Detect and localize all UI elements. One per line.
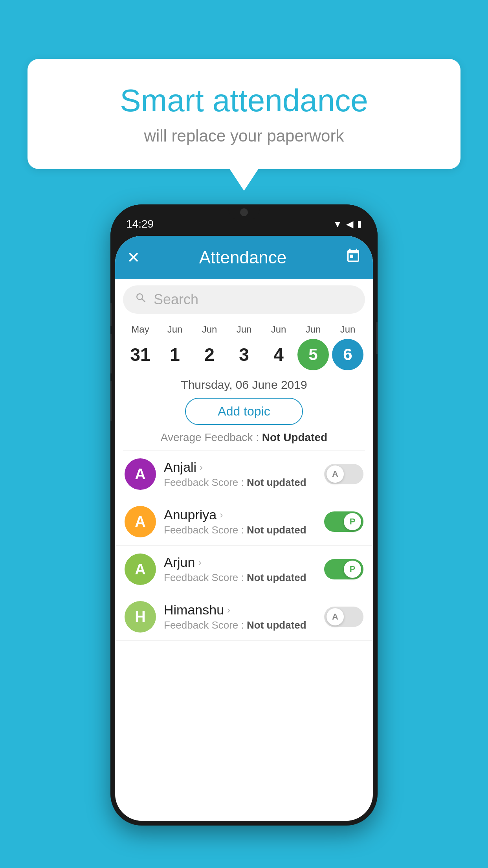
calendar-button[interactable] (345, 248, 361, 267)
avg-feedback: Average Feedback : Not Updated (115, 431, 373, 450)
signal-icon: ◀ (346, 219, 353, 230)
phone-notch (228, 204, 260, 220)
calendar-strip: May31Jun1Jun2Jun3Jun4Jun5Jun6 (115, 320, 373, 374)
status-bar: 14:29 ▼ ◀ ▮ (110, 204, 378, 236)
chevron-icon: › (220, 509, 223, 520)
front-camera (240, 208, 248, 216)
app-header: ✕ Attendance (115, 236, 373, 279)
chevron-icon: › (200, 462, 203, 473)
attendance-toggle-1[interactable]: P (324, 511, 363, 532)
phone-screen: ✕ Attendance Search May31Jun1Jun2Jun3Jun… (115, 236, 373, 821)
phone-volume-down-button (110, 381, 112, 421)
student-avatar-2: A (125, 554, 156, 585)
student-feedback-2: Feedback Score : Not updated (164, 572, 316, 584)
calendar-day-2[interactable]: Jun2 (194, 324, 225, 370)
selected-date-label: Thursday, 06 June 2019 (115, 374, 373, 398)
status-time: 14:29 (126, 218, 154, 230)
calendar-day-0[interactable]: May31 (125, 324, 156, 370)
attendance-toggle-3[interactable]: A (324, 607, 363, 627)
attendance-toggle-0[interactable]: A (324, 464, 363, 484)
phone-frame: 14:29 ▼ ◀ ▮ ✕ Attendance (110, 204, 378, 826)
calendar-day-1[interactable]: Jun1 (159, 324, 191, 370)
student-item-0[interactable]: AAnjali ›Feedback Score : Not updatedA (115, 451, 373, 498)
student-name-3: Himanshu › (164, 602, 316, 618)
attendance-toggle-2[interactable]: P (324, 559, 363, 579)
calendar-day-5[interactable]: Jun5 (297, 324, 329, 370)
student-feedback-3: Feedback Score : Not updated (164, 619, 316, 631)
student-item-2[interactable]: AArjun ›Feedback Score : Not updatedP (115, 546, 373, 593)
calendar-day-3[interactable]: Jun3 (228, 324, 260, 370)
student-avatar-1: A (125, 506, 156, 537)
search-placeholder: Search (154, 291, 198, 308)
phone-volume-up-button (110, 334, 112, 373)
bubble-title: Smart attendance (59, 83, 429, 119)
student-list: AAnjali ›Feedback Score : Not updatedAAA… (115, 451, 373, 641)
avg-feedback-label: Average Feedback : (161, 431, 262, 443)
student-name-2: Arjun › (164, 555, 316, 570)
speech-bubble: Smart attendance will replace your paper… (28, 59, 460, 169)
close-button[interactable]: ✕ (127, 248, 140, 267)
calendar-day-4[interactable]: Jun4 (263, 324, 294, 370)
search-icon (135, 292, 147, 307)
speech-bubble-container: Smart attendance will replace your paper… (28, 59, 460, 169)
header-title: Attendance (199, 248, 287, 267)
student-item-1[interactable]: AAnupriya ›Feedback Score : Not updatedP (115, 498, 373, 546)
student-name-1: Anupriya › (164, 507, 316, 522)
calendar-day-6[interactable]: Jun6 (332, 324, 363, 370)
bubble-subtitle: will replace your paperwork (59, 127, 429, 145)
student-name-0: Anjali › (164, 460, 316, 475)
add-topic-button[interactable]: Add topic (185, 398, 303, 425)
battery-icon: ▮ (357, 219, 362, 229)
student-feedback-0: Feedback Score : Not updated (164, 476, 316, 489)
student-feedback-1: Feedback Score : Not updated (164, 524, 316, 536)
status-icons: ▼ ◀ ▮ (333, 219, 362, 230)
avg-feedback-value: Not Updated (262, 431, 327, 443)
wifi-icon: ▼ (333, 219, 342, 230)
student-avatar-0: A (125, 458, 156, 490)
student-item-3[interactable]: HHimanshu ›Feedback Score : Not updatedA (115, 593, 373, 641)
phone-mute-button (110, 303, 112, 326)
chevron-icon: › (227, 605, 230, 616)
student-avatar-3: H (125, 601, 156, 633)
search-bar[interactable]: Search (123, 285, 365, 314)
phone-power-button (376, 322, 378, 354)
chevron-icon: › (198, 557, 201, 568)
